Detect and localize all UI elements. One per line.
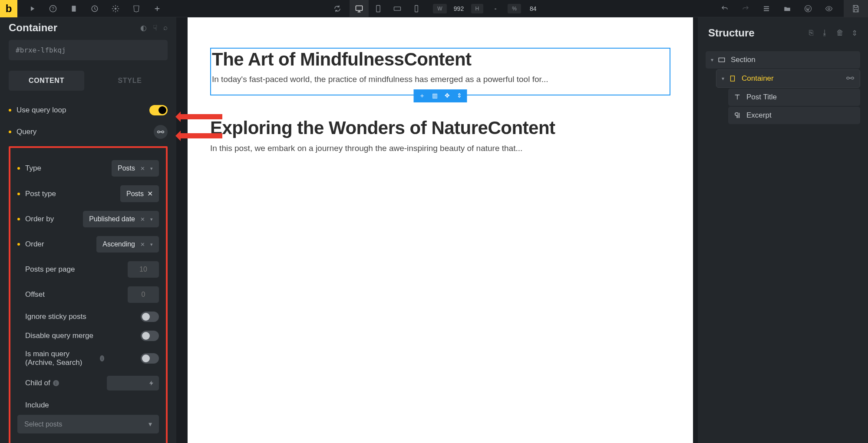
post-type-tag[interactable]: Posts✕	[120, 185, 159, 202]
undo-icon[interactable]	[720, 4, 729, 13]
width-value[interactable]: 992	[450, 5, 468, 12]
width-label: W	[433, 4, 446, 13]
redo-icon[interactable]	[741, 4, 750, 13]
query-settings-box: Type Posts✕▾ Post type Posts✕ Order by P…	[9, 146, 168, 443]
posts-per-page-label: Posts per page	[25, 265, 75, 274]
pointer-icon[interactable]: ☟	[153, 23, 157, 33]
download-icon[interactable]: ⭳	[821, 29, 828, 38]
include-label: Include	[17, 395, 159, 411]
post-loop-item[interactable]: The Art of MindfulnessContent In today's…	[210, 48, 670, 95]
toggle-icon[interactable]: ◐	[140, 23, 147, 33]
disable-merge-label: Disable query merge	[25, 331, 93, 340]
canvas-page[interactable]: The Art of MindfulnessContent In today's…	[188, 17, 693, 443]
structure-title: Structure	[708, 27, 755, 39]
chevron-down-icon[interactable]: ▾	[711, 57, 713, 63]
order-by-label: Order by	[25, 215, 54, 223]
order-select[interactable]: Ascending✕▾	[96, 236, 159, 253]
svg-point-9	[805, 5, 812, 12]
type-select[interactable]: Posts✕▾	[112, 160, 159, 177]
section-icon	[718, 56, 726, 64]
ignore-sticky-label: Ignore sticky posts	[25, 312, 86, 321]
element-id-input[interactable]	[9, 40, 168, 60]
exclude-label: Exclude	[17, 433, 159, 443]
sel-columns-icon[interactable]: ▥	[429, 91, 441, 101]
sel-add-icon[interactable]: ＋	[416, 91, 429, 101]
post-excerpt: In this post, we embark on a journey thr…	[210, 144, 670, 153]
tree-section[interactable]: ▾ Section	[706, 51, 860, 69]
sel-stretch-icon[interactable]: ⇕	[453, 91, 465, 101]
trash-icon[interactable]: 🗑	[836, 29, 844, 38]
height-value[interactable]: -	[487, 5, 504, 12]
search-icon[interactable]: ⌕	[163, 23, 168, 33]
annotation-arrow-1	[175, 110, 223, 124]
svg-rect-7	[394, 7, 401, 10]
tree-excerpt[interactable]: Excerpt	[728, 107, 860, 124]
tab-style[interactable]: STYLE	[92, 71, 168, 91]
svg-rect-6	[376, 5, 380, 12]
child-of-input[interactable]	[107, 376, 159, 390]
query-label: Query	[17, 128, 36, 136]
percent-value[interactable]: 84	[525, 5, 542, 12]
post-title: Exploring the Wonders of NatureContent	[210, 117, 670, 139]
container-icon	[729, 75, 736, 82]
play-icon[interactable]	[28, 4, 36, 13]
help-icon[interactable]: ?	[49, 4, 57, 13]
sel-move-icon[interactable]: ✥	[441, 91, 453, 101]
offset-input[interactable]	[128, 286, 159, 303]
tree-container[interactable]: ▾ Container	[716, 69, 860, 88]
paragraph-icon	[733, 112, 741, 119]
order-label: Order	[25, 240, 44, 249]
device-tablet-portrait[interactable]	[369, 0, 388, 17]
tree-post-title[interactable]: Post Title	[728, 89, 860, 106]
device-mobile[interactable]	[407, 0, 426, 17]
annotation-arrow-2	[175, 129, 223, 143]
include-select[interactable]: Select posts▾	[17, 415, 159, 433]
percent-label: %	[508, 4, 521, 13]
query-loop-button[interactable]	[154, 125, 168, 139]
svg-rect-5	[356, 6, 363, 10]
post-loop-item[interactable]: Exploring the Wonders of NatureContent I…	[210, 117, 670, 153]
ignore-sticky-toggle[interactable]	[141, 312, 159, 322]
offset-label: Offset	[25, 290, 45, 299]
svg-text:?: ?	[52, 6, 54, 11]
use-query-loop-toggle[interactable]	[149, 105, 168, 115]
svg-rect-8	[415, 5, 418, 12]
selection-toolbar: ＋ ▥ ✥ ⇕	[414, 89, 467, 102]
loop-icon	[846, 74, 855, 83]
expand-icon[interactable]: ⇕	[851, 29, 858, 38]
save-button[interactable]	[844, 0, 868, 17]
copy-icon[interactable]: ⎘	[809, 29, 813, 38]
svg-rect-11	[719, 58, 725, 62]
order-by-select[interactable]: Published date✕▾	[83, 211, 159, 227]
post-title[interactable]: The Art of MindfulnessContent	[212, 49, 669, 70]
gear-icon[interactable]	[111, 4, 120, 13]
panel-title: Container	[9, 22, 57, 34]
svg-rect-2	[72, 6, 76, 12]
css-icon[interactable]	[132, 4, 141, 13]
chevron-down-icon[interactable]: ▾	[722, 75, 724, 82]
folder-icon[interactable]	[783, 4, 792, 13]
preview-icon[interactable]	[825, 4, 833, 13]
device-tablet-landscape[interactable]	[388, 0, 407, 17]
page-icon[interactable]	[69, 4, 78, 13]
device-desktop[interactable]	[350, 0, 369, 17]
reload-icon[interactable]	[333, 4, 342, 13]
history-icon[interactable]	[90, 4, 99, 13]
svg-point-10	[828, 7, 830, 10]
disable-merge-toggle[interactable]	[141, 331, 159, 341]
logo[interactable]: b	[0, 0, 17, 17]
height-label: H	[471, 4, 484, 13]
wordpress-icon[interactable]	[804, 4, 812, 13]
post-excerpt[interactable]: In today's fast-paced world, the practic…	[212, 75, 669, 84]
list-icon[interactable]	[762, 4, 771, 13]
svg-point-4	[115, 7, 117, 10]
posts-per-page-input[interactable]	[128, 261, 159, 278]
text-icon	[733, 93, 741, 101]
add-icon[interactable]	[153, 4, 162, 13]
is-main-toggle[interactable]	[141, 353, 159, 364]
use-query-loop-label: Use query loop	[17, 106, 66, 115]
child-of-label: Child of	[25, 379, 50, 387]
is-main-label: Is main query (Archive, Search)	[25, 350, 97, 367]
tab-content[interactable]: CONTENT	[9, 71, 84, 91]
post-type-label: Post type	[25, 190, 56, 198]
